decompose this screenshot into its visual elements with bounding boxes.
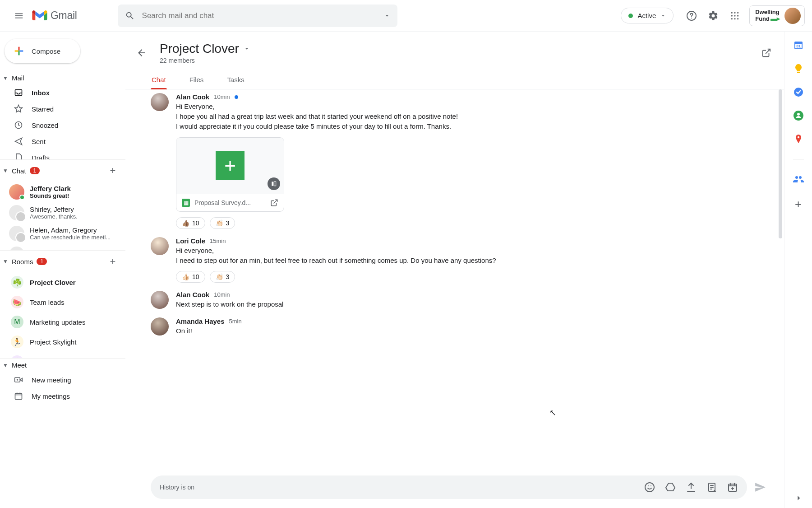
workspace-account-chip[interactable]: Dwelling Fund▬▸ [749, 5, 805, 26]
room-member-count: 22 members [160, 57, 250, 64]
message-author: Amanda Hayes [176, 317, 225, 325]
attachment-card[interactable]: + ▦Proposal Survey.d... [176, 137, 284, 212]
docs-button[interactable] [706, 482, 717, 493]
open-in-new-button[interactable] [761, 48, 771, 58]
tab-files[interactable]: Files [189, 72, 205, 89]
chat-item[interactable]: Shirley, JefferyAwesome, thanks. [0, 202, 125, 223]
avatar [9, 184, 24, 200]
chat-unread-badge: 1 [30, 167, 40, 174]
brand-line-1: Dwelling [755, 9, 780, 15]
google-apps-button[interactable] [724, 5, 746, 27]
reaction-chip[interactable]: 👏🏻3 [210, 271, 235, 283]
avatar [151, 317, 169, 336]
room-item-project-clover[interactable]: ☘️Project Clover [0, 272, 125, 292]
tab-tasks[interactable]: Tasks [226, 72, 245, 89]
chat-message: Lori Cole15min Hi everyone,I need to ste… [151, 237, 766, 283]
avatar [9, 205, 24, 220]
room-item[interactable]: 🏃Project Skylight [0, 332, 125, 352]
upload-button[interactable] [686, 482, 697, 493]
maps-addon-icon[interactable] [793, 134, 804, 144]
sent-nav[interactable]: Sent [0, 133, 125, 149]
chat-item[interactable]: Helen, Adam, GregoryCan we reschedule th… [0, 223, 125, 244]
drive-button[interactable] [665, 482, 676, 493]
search-input[interactable] [142, 11, 377, 20]
drafts-nav[interactable]: Drafts [0, 149, 125, 159]
chat-item[interactable]: Jeffery ClarkSounds great! [0, 182, 125, 202]
search-bar[interactable] [118, 5, 397, 27]
keep-addon-icon[interactable] [793, 63, 804, 74]
svg-point-4 [731, 15, 733, 16]
room-item[interactable]: 🧘Yoga and Relaxation [0, 352, 125, 358]
clock-icon [14, 121, 23, 130]
avatar [151, 291, 169, 309]
calendar-button[interactable] [727, 482, 738, 493]
reaction-chip[interactable]: 👍🏻10 [176, 271, 205, 283]
room-item[interactable]: 🍉Team leads [0, 292, 125, 312]
svg-rect-22 [797, 72, 800, 73]
room-title-dropdown[interactable]: Project Clover [160, 42, 250, 56]
app-name: Gmail [51, 9, 77, 22]
message-author: Alan Cook [176, 93, 209, 101]
tab-chat[interactable]: Chat [151, 72, 167, 89]
message-thread[interactable]: Alan Cook10min Hi Everyone,I hope you al… [125, 89, 784, 469]
gmail-logo[interactable]: Gmail [32, 9, 77, 22]
presence-dot-icon [628, 14, 633, 18]
contacts-panel-icon[interactable] [793, 174, 804, 185]
get-addons-button[interactable]: + [793, 197, 804, 208]
avatar [9, 226, 24, 241]
rooms-section-header[interactable]: ▼Rooms1+ [0, 250, 125, 272]
chat-item[interactable]: Helen Chang [0, 244, 125, 250]
message-time: 10min [214, 93, 230, 100]
reaction-chip[interactable]: 👏🏻3 [210, 217, 235, 229]
left-sidebar: Compose ▼Mail Inbox Starred Snoozed Sent… [0, 32, 125, 508]
collapse-panel-button[interactable] [794, 494, 803, 503]
open-in-new-icon[interactable] [270, 199, 278, 207]
svg-point-6 [737, 15, 738, 16]
meet-section-header[interactable]: ▼Meet [0, 358, 125, 372]
collapse-button[interactable] [743, 48, 753, 58]
support-button[interactable] [681, 5, 702, 27]
presence-status-selector[interactable]: Active [621, 8, 674, 23]
new-meeting-nav[interactable]: New meeting [0, 372, 125, 388]
avatar [9, 247, 24, 250]
app-header: Gmail Active Dwelling Fund▬▸ [0, 0, 812, 32]
send-button[interactable] [754, 481, 766, 493]
reaction-chip[interactable]: 👍🏽10 [176, 217, 205, 229]
rooms-unread-badge: 1 [37, 258, 47, 265]
main-menu-button[interactable] [8, 5, 30, 27]
unread-indicator-icon [235, 95, 238, 99]
message-composer[interactable]: History is on [151, 475, 747, 499]
avatar [151, 93, 169, 111]
back-button[interactable] [133, 44, 151, 62]
new-chat-button[interactable]: + [105, 163, 121, 179]
calendar-addon-icon[interactable]: 31 [793, 40, 804, 51]
tasks-addon-icon[interactable] [793, 87, 804, 98]
account-avatar[interactable] [784, 8, 801, 24]
new-room-button[interactable]: + [105, 253, 121, 270]
mail-section-header[interactable]: ▼Mail [0, 71, 125, 84]
inbox-nav[interactable]: Inbox [0, 84, 125, 101]
snoozed-nav[interactable]: Snoozed [0, 117, 125, 133]
room-item[interactable]: MMarketing updates [0, 312, 125, 332]
svg-rect-15 [274, 182, 276, 186]
svg-point-16 [645, 483, 654, 492]
svg-text:31: 31 [796, 44, 800, 48]
settings-button[interactable] [702, 5, 724, 27]
svg-point-7 [731, 18, 733, 19]
message-time: 10min [214, 291, 230, 298]
contacts-addon-icon[interactable] [793, 110, 804, 121]
svg-point-2 [734, 12, 736, 13]
scrollbar[interactable] [779, 89, 782, 238]
composer-placeholder: History is on [160, 484, 194, 491]
compose-button[interactable]: Compose [5, 39, 80, 63]
my-meetings-nav[interactable]: My meetings [0, 388, 125, 404]
search-options-icon[interactable] [384, 13, 390, 19]
svg-point-1 [731, 12, 733, 13]
starred-nav[interactable]: Starred [0, 101, 125, 117]
svg-point-9 [737, 18, 738, 19]
message-text: On it! [176, 326, 766, 336]
emoji-button[interactable] [644, 482, 655, 493]
room-tabs: Chat Files Tasks [125, 72, 784, 89]
attachment-name: Proposal Survey.d... [194, 199, 266, 206]
chat-section-header[interactable]: ▼Chat1+ [0, 159, 125, 182]
